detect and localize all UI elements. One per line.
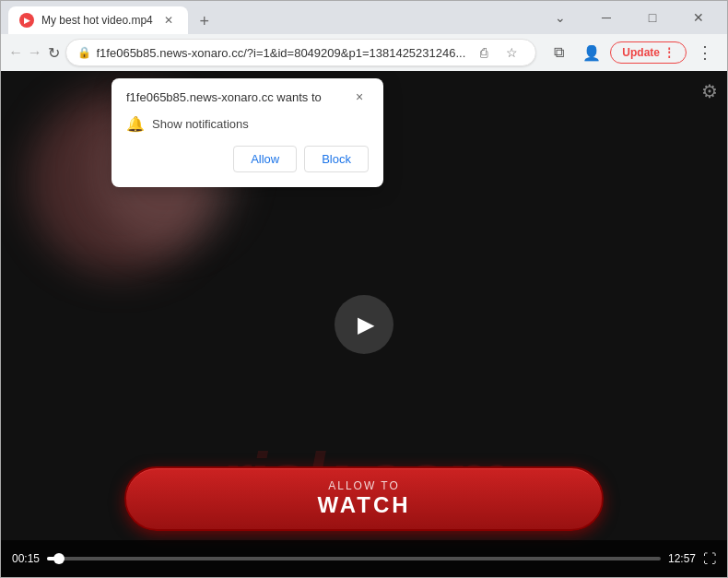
video-controls: 00:15 12:57 ⛶ <box>1 540 727 577</box>
maximize-button[interactable]: □ <box>631 1 674 34</box>
play-icon: ▶ <box>358 312 374 337</box>
lock-icon: 🔒 <box>77 46 91 59</box>
tab-list-button[interactable]: ⌄ <box>539 1 581 34</box>
update-menu-icon: ⋮ <box>663 46 675 59</box>
tab-title: My best hot video.mp4 <box>41 14 153 27</box>
popup-title: f1fe065b85.news-xonaro.cc wants to <box>126 89 322 106</box>
block-button[interactable]: Block <box>304 146 369 172</box>
address-input[interactable]: 🔒 f1fe065b85.news-xonaro.cc/?i=1&id=8049… <box>65 39 537 66</box>
tab-favicon: ▶ <box>19 13 34 28</box>
progress-bar[interactable] <box>47 557 661 560</box>
update-button[interactable]: Update ⋮ <box>610 41 687 64</box>
back-button[interactable]: ← <box>8 38 24 67</box>
close-button[interactable]: ✕ <box>677 1 720 34</box>
page-content: risk.com ⚙ ▶ ALLOW TO WATCH 00:15 12:57 … <box>1 71 727 577</box>
bookmark-button[interactable]: ☆ <box>499 40 524 65</box>
tab-close-button[interactable]: ✕ <box>160 12 177 29</box>
settings-icon[interactable]: ⚙ <box>701 80 718 102</box>
current-time: 00:15 <box>12 552 40 565</box>
notification-label: Show notifications <box>152 117 249 131</box>
profile-button[interactable]: 👤 <box>577 38 606 67</box>
update-label: Update <box>622 46 660 59</box>
new-tab-button[interactable]: + <box>192 8 217 34</box>
address-bar: ← → ↻ 🔒 f1fe065b85.news-xonaro.cc/?i=1&i… <box>1 34 727 71</box>
chrome-menu-button[interactable]: ⋮ <box>690 38 720 67</box>
share-button[interactable]: ⎙ <box>471 40 497 65</box>
browser-window: ▶ My best hot video.mp4 ✕ + ⌄ ─ □ ✕ ← → … <box>0 0 728 578</box>
minimize-button[interactable]: ─ <box>585 1 628 34</box>
tab-bar: ▶ My best hot video.mp4 ✕ + <box>8 1 532 34</box>
address-actions: ⎙ ☆ <box>471 40 524 65</box>
bell-icon: 🔔 <box>126 115 145 133</box>
popup-buttons: Allow Block <box>126 146 369 172</box>
title-bar: ▶ My best hot video.mp4 ✕ + ⌄ ─ □ ✕ <box>1 1 727 34</box>
progress-dot <box>53 553 65 564</box>
play-button[interactable]: ▶ <box>335 295 393 354</box>
url-text: f1fe065b85.news-xonaro.cc/?i=1&id=804920… <box>97 46 466 60</box>
fullscreen-button[interactable]: ⛶ <box>703 551 716 566</box>
allow-watch-button[interactable]: ALLOW TO WATCH <box>124 466 604 531</box>
popup-close-button[interactable]: × <box>350 88 369 106</box>
total-time: 12:57 <box>668 552 696 565</box>
active-tab[interactable]: ▶ My best hot video.mp4 ✕ <box>8 6 188 34</box>
forward-button[interactable]: → <box>28 38 43 67</box>
allow-button[interactable]: Allow <box>233 146 297 172</box>
refresh-button[interactable]: ↻ <box>46 38 62 67</box>
toolbar-right: ⧉ 👤 Update ⋮ ⋮ <box>544 38 720 67</box>
play-button-wrap: ▶ <box>335 295 393 354</box>
window-controls: ⌄ ─ □ ✕ <box>539 1 720 34</box>
watch-text: WATCH <box>317 492 410 518</box>
popup-header: f1fe065b85.news-xonaro.cc wants to × <box>126 89 369 106</box>
notification-popup: f1fe065b85.news-xonaro.cc wants to × 🔔 S… <box>112 78 383 187</box>
allow-to-text: ALLOW TO <box>328 479 400 492</box>
popup-permission-row: 🔔 Show notifications <box>126 115 369 133</box>
extensions-button[interactable]: ⧉ <box>544 38 573 67</box>
